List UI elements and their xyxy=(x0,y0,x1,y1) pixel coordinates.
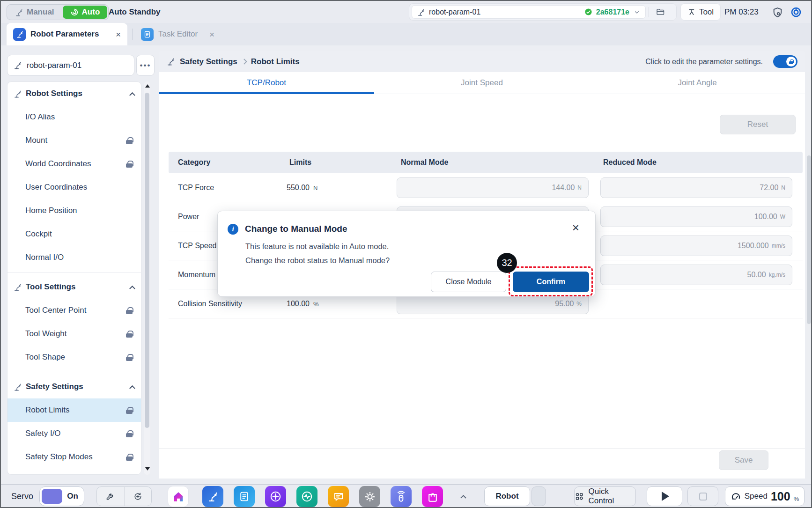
monitoring-app-button[interactable] xyxy=(296,486,317,507)
sidebar-item-home-position[interactable]: Home Position xyxy=(7,199,141,222)
auto-mode-button[interactable]: Auto xyxy=(63,6,108,19)
sidebar-item-io-alias[interactable]: I/O Alias xyxy=(7,105,141,129)
reduced-mode-input[interactable]: 1500.000mm/s xyxy=(600,236,792,256)
input-unit: kg.m/s xyxy=(769,272,785,278)
recovery-target-icon xyxy=(790,7,802,18)
robot-selector-extension[interactable] xyxy=(531,486,546,506)
tab-label: Task Editor xyxy=(158,29,205,39)
divider xyxy=(7,372,141,372)
wrench-button[interactable] xyxy=(97,487,124,506)
breadcrumb-section[interactable]: Safety Settings xyxy=(180,57,237,66)
scroll-up-icon[interactable] xyxy=(145,84,150,88)
speed-unit: % xyxy=(794,495,799,502)
close-module-button[interactable]: Close Module xyxy=(431,272,506,292)
manual-mode-button[interactable]: Manual xyxy=(7,7,62,17)
tab-joint-angle[interactable]: Joint Angle xyxy=(590,72,805,94)
servo-toggle[interactable]: On xyxy=(39,486,84,506)
close-tab-icon[interactable]: × xyxy=(116,30,121,39)
sidebar-scrollbar-thumb[interactable] xyxy=(145,93,149,428)
close-icon[interactable]: × xyxy=(572,221,579,234)
confirm-button[interactable]: Confirm xyxy=(513,272,589,292)
sidebar-item-tool-shape[interactable]: Tool Shape xyxy=(7,346,141,369)
column-header: Normal Mode xyxy=(401,152,448,173)
tab-robot-parameters[interactable]: Robot Parameters × xyxy=(7,23,127,45)
reduced-mode-input[interactable]: 100.00W xyxy=(600,206,792,227)
settings-app-button[interactable] xyxy=(359,486,380,507)
grid-icon xyxy=(575,492,584,501)
reduced-mode-input[interactable]: 50.00kg.m/s xyxy=(600,265,792,285)
app-window: Manual Auto Auto Standby robot-param-01 … xyxy=(0,0,812,508)
parameter-file-name: robot-param-01 xyxy=(429,8,581,16)
tab-tcp-robot[interactable]: TCP/Robot xyxy=(159,72,374,94)
edit-lock-toggle[interactable] xyxy=(773,55,797,68)
tab-joint-speed[interactable]: Joint Speed xyxy=(374,72,590,94)
robot-parameters-app-button[interactable] xyxy=(202,486,223,507)
sidebar-item-tool-center-point[interactable]: Tool Center Point xyxy=(7,299,141,322)
sidebar-item-label: Safety Stop Modes xyxy=(25,452,126,462)
reduced-mode-input[interactable]: 72.00N xyxy=(600,177,792,198)
table-row: TCP Force 550.00N 144.00N 72.00N xyxy=(169,173,803,202)
dock-expand-button[interactable] xyxy=(456,484,470,508)
table-header: Category Limits Normal Mode Reduced Mode xyxy=(169,152,803,173)
open-file-button[interactable] xyxy=(652,5,669,19)
safety-shield-button[interactable] xyxy=(771,6,784,19)
sidebar-item-world-coordinates[interactable]: World Coordinates xyxy=(7,152,141,176)
sidebar-item-safety-io[interactable]: Safety I/O xyxy=(7,422,141,445)
sidebar-item-normal-io[interactable]: Normal I/O xyxy=(7,246,141,269)
sidebar-item-safety-stop-modes[interactable]: Safety Stop Modes xyxy=(7,445,141,469)
play-button[interactable] xyxy=(647,486,682,506)
lock-icon xyxy=(126,407,133,414)
task-editor-app-button[interactable] xyxy=(234,486,255,507)
jog-app-button[interactable] xyxy=(265,486,286,507)
robot-app-icon xyxy=(207,491,219,502)
chevron-up-icon xyxy=(460,495,466,501)
remote-app-button[interactable] xyxy=(391,486,412,507)
tab-task-editor[interactable]: Task Editor × xyxy=(134,23,221,45)
stop-button[interactable] xyxy=(687,486,718,506)
section-tool-settings[interactable]: Tool Settings xyxy=(7,275,141,299)
row-category: Momentum xyxy=(178,260,215,289)
parameter-name-field[interactable]: robot-param-01 xyxy=(7,55,134,76)
reset-button[interactable]: Reset xyxy=(720,115,796,134)
normal-mode-input[interactable]: 144.00N xyxy=(397,177,589,198)
recovery-button[interactable] xyxy=(790,6,803,19)
scroll-down-icon[interactable] xyxy=(145,467,150,471)
save-button[interactable]: Save xyxy=(719,450,768,470)
sidebar-item-robot-limits[interactable]: Robot Limits xyxy=(7,398,141,422)
row-limit-value: 550.00 xyxy=(287,184,310,192)
chevron-down-icon xyxy=(633,8,641,16)
more-options-button[interactable]: ••• xyxy=(136,55,155,76)
input-value: 100.00 xyxy=(754,213,777,221)
breadcrumb: Safety Settings Robot Limits Click to ed… xyxy=(159,51,805,72)
robot-selector-button[interactable]: Robot xyxy=(484,486,530,506)
sidebar-item-tool-weight[interactable]: Tool Weight xyxy=(7,322,141,346)
log-app-button[interactable] xyxy=(328,486,349,507)
parameter-file-selector[interactable]: robot-param-01 2a68171e xyxy=(412,5,646,19)
row-category: Power xyxy=(178,202,199,231)
store-app-button[interactable] xyxy=(422,486,443,507)
sidebar-item-label: Robot Limits xyxy=(25,405,126,415)
content-scrollbar-thumb[interactable] xyxy=(807,155,811,324)
home-app-button[interactable] xyxy=(168,486,189,507)
folder-icon xyxy=(656,7,665,17)
sidebar-item-user-coordinates[interactable]: User Coordinates xyxy=(7,176,141,199)
lock-icon xyxy=(126,137,133,144)
sidebar-item-cockpit[interactable]: Cockpit xyxy=(7,222,141,246)
close-tab-icon[interactable]: × xyxy=(209,30,214,39)
sidebar-item-label: Home Position xyxy=(25,206,133,215)
sync-button[interactable] xyxy=(124,487,151,506)
check-circle-icon xyxy=(584,8,592,16)
section-label: Safety Settings xyxy=(26,382,126,391)
speed-control[interactable]: Speed 100 % xyxy=(725,486,805,506)
sidebar-item-label: Tool Center Point xyxy=(25,306,126,315)
section-safety-settings[interactable]: Safety Settings xyxy=(7,375,141,398)
sidebar-item-mount[interactable]: Mount xyxy=(7,129,141,152)
chevron-right-icon xyxy=(241,59,247,65)
chevron-up-icon xyxy=(129,285,135,291)
robot-status-text: Auto Standby xyxy=(109,1,161,23)
section-robot-settings[interactable]: Robot Settings xyxy=(7,82,141,105)
tool-button[interactable]: Tool xyxy=(680,3,721,21)
quick-control-button[interactable]: Quick Control xyxy=(574,486,636,506)
lock-icon xyxy=(126,354,133,361)
dialog-line-2: Change the robot status to Manual mode? xyxy=(245,253,390,267)
